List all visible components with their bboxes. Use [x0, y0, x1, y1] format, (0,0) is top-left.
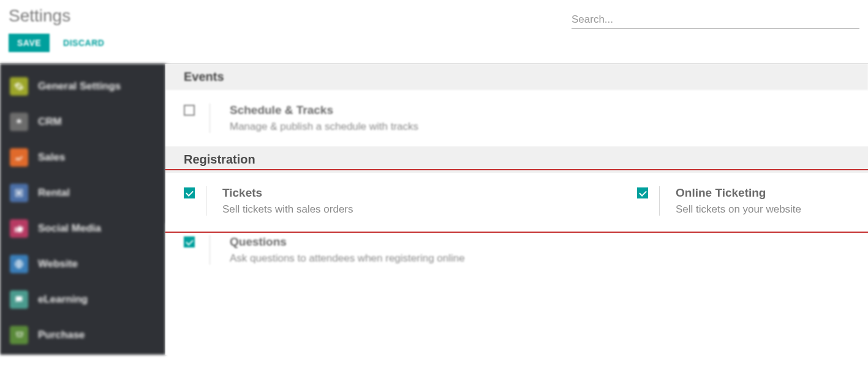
page-title: Settings [9, 6, 70, 26]
sidebar-item-label: General Settings [38, 80, 121, 92]
section-header-registration: Registration [165, 146, 868, 173]
thumbs-up-icon [10, 219, 28, 238]
schedule-tracks-checkbox[interactable] [184, 105, 195, 116]
section-header-events: Events [165, 64, 868, 90]
option-desc: Ask questions to attendees when register… [230, 252, 850, 265]
questions-checkbox[interactable] [184, 236, 195, 247]
save-button[interactable]: SAVE [9, 34, 50, 52]
option-title: Online Ticketing [676, 186, 850, 200]
sidebar-item-purchase[interactable]: Purchase [0, 317, 165, 353]
key-icon [10, 184, 28, 202]
online-ticketing-checkbox[interactable] [637, 187, 648, 198]
sidebar-item-website[interactable]: Website [0, 246, 165, 282]
option-questions: Questions Ask questions to attendees whe… [165, 229, 868, 278]
sidebar-item-social-media[interactable]: Social Media [0, 211, 165, 246]
sidebar-item-label: Social Media [38, 222, 101, 235]
sidebar-item-general-settings[interactable]: General Settings [0, 69, 165, 104]
globe-icon [10, 255, 28, 273]
search-input[interactable] [572, 11, 859, 29]
option-title: Tickets [222, 186, 637, 200]
chart-icon [10, 148, 28, 167]
option-online-ticketing: Online Ticketing Sell tickets on your we… [637, 186, 850, 216]
sidebar: General Settings CRM Sales Rental Social… [0, 64, 165, 355]
divider [206, 186, 206, 216]
discard-button[interactable]: DISCARD [63, 38, 104, 48]
sidebar-item-crm[interactable]: CRM [0, 104, 165, 140]
option-title: Schedule & Tracks [230, 104, 850, 117]
option-tickets: Tickets Sell tickets with sales orders [184, 186, 637, 216]
divider [209, 235, 210, 265]
sidebar-item-label: CRM [38, 116, 62, 128]
divider [209, 104, 210, 133]
option-schedule-tracks: Schedule & Tracks Manage & publish a sch… [165, 90, 868, 146]
option-desc: Manage & publish a schedule with tracks [230, 121, 850, 133]
sidebar-item-label: Website [38, 258, 78, 270]
sidebar-item-rental[interactable]: Rental [0, 175, 165, 211]
sidebar-item-sales[interactable]: Sales [0, 140, 165, 175]
cart-icon [10, 326, 28, 344]
tickets-checkbox[interactable] [184, 187, 195, 198]
option-title: Questions [230, 235, 850, 249]
handshake-icon [10, 113, 28, 131]
option-desc: Sell tickets on your website [676, 203, 850, 216]
chat-icon [10, 290, 28, 309]
sidebar-item-label: Rental [38, 187, 70, 199]
option-desc: Sell tickets with sales orders [222, 203, 637, 216]
sidebar-item-label: Sales [38, 151, 65, 164]
gear-icon [10, 77, 28, 96]
settings-content: Events Schedule & Tracks Manage & publis… [165, 64, 868, 355]
sidebar-item-label: Purchase [38, 329, 85, 341]
sidebar-item-label: eLearning [38, 293, 88, 306]
divider [659, 186, 660, 216]
sidebar-item-elearning[interactable]: eLearning [0, 282, 165, 317]
